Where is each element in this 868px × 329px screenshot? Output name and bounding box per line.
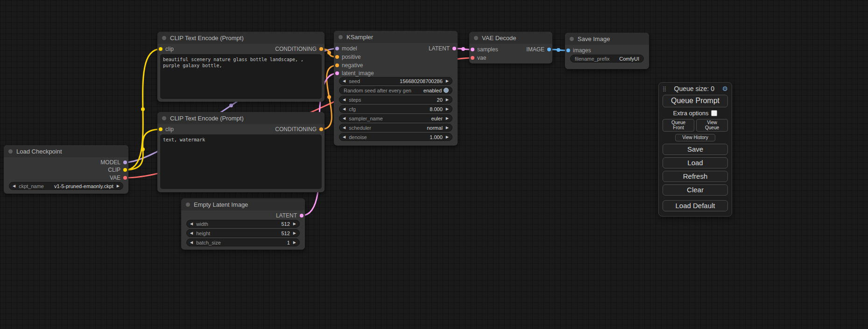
- node-save-image[interactable]: Save Image images filename_prefix ComfyU…: [565, 33, 649, 69]
- queue-prompt-button[interactable]: Queue Prompt: [663, 95, 728, 107]
- widget-ckpt-name[interactable]: ◀ ckpt_name v1-5-pruned-emaonly.ckpt ▶: [9, 182, 123, 190]
- widget-value: ComfyUI: [619, 56, 639, 62]
- decrement-icon[interactable]: ◀: [343, 107, 346, 111]
- collapse-dot[interactable]: [570, 37, 574, 41]
- output-dot-conditioning[interactable]: [319, 127, 323, 131]
- view-history-button[interactable]: View History: [675, 134, 715, 141]
- widget-name: seed: [349, 78, 360, 84]
- collapse-dot[interactable]: [339, 35, 343, 39]
- collapse-dot[interactable]: [162, 36, 166, 40]
- collapse-dot[interactable]: [186, 203, 190, 207]
- output-label-clip: CLIP: [108, 167, 120, 173]
- decrement-icon[interactable]: ◀: [343, 126, 346, 130]
- input-dot-images[interactable]: [566, 49, 570, 52]
- widget-denoise[interactable]: ◀ denoise 1.000 ▶: [339, 133, 452, 141]
- widget-height[interactable]: ◀ height 512 ▶: [186, 229, 300, 237]
- input-dot-latent-image[interactable]: [335, 71, 339, 75]
- widget-value: 512: [281, 221, 289, 227]
- increment-icon[interactable]: ▶: [446, 117, 449, 120]
- widget-sampler-name[interactable]: ◀ sampler_name euler ▶: [339, 114, 452, 122]
- load-default-button[interactable]: Load Default: [663, 200, 728, 211]
- collapse-dot[interactable]: [8, 149, 13, 154]
- widget-batch-size[interactable]: ◀ batch_size 1 ▶: [186, 238, 300, 246]
- queue-front-button[interactable]: Queue Front: [663, 119, 694, 132]
- output-label-latent: LATENT: [429, 45, 450, 52]
- decrement-icon[interactable]: ◀: [190, 231, 193, 235]
- clear-button[interactable]: Clear: [663, 184, 728, 196]
- decrement-icon[interactable]: ◀: [190, 222, 193, 226]
- decrement-icon[interactable]: ◀: [13, 184, 15, 188]
- input-label-vae: vae: [477, 55, 486, 61]
- node-title-bar[interactable]: VAE Decode: [469, 32, 552, 44]
- widget-scheduler[interactable]: ◀ scheduler normal ▶: [339, 124, 452, 132]
- node-clip-text-encode-positive[interactable]: CLIP Text Encode (Prompt) clip CONDITION…: [157, 32, 325, 102]
- widget-name: denoise: [349, 134, 367, 140]
- output-dot-latent[interactable]: [452, 47, 456, 50]
- view-queue-button[interactable]: View Queue: [696, 119, 728, 132]
- widget-cfg[interactable]: ◀ cfg 8.000 ▶: [339, 105, 452, 113]
- output-dot-clip[interactable]: [123, 168, 127, 172]
- decrement-icon[interactable]: ◀: [343, 135, 346, 139]
- output-dot-conditioning[interactable]: [319, 47, 323, 51]
- output-dot-vae[interactable]: [123, 176, 127, 180]
- collapse-dot[interactable]: [162, 116, 166, 120]
- graph-canvas[interactable]: Load Checkpoint MODEL CLIP VAE ◀ ckpt_na…: [0, 0, 868, 329]
- node-title-bar[interactable]: Empty Latent Image: [181, 198, 305, 210]
- output-dot-image[interactable]: [547, 48, 551, 51]
- link-midpoint-dot: [327, 95, 331, 99]
- settings-gear-icon[interactable]: ⚙: [722, 85, 728, 92]
- decrement-icon[interactable]: ◀: [190, 241, 193, 245]
- increment-icon[interactable]: ▶: [446, 107, 449, 111]
- increment-icon[interactable]: ▶: [446, 126, 449, 130]
- node-title: CLIP Text Encode (Prompt): [170, 115, 244, 122]
- widget-steps[interactable]: ◀ steps 20 ▶: [339, 96, 452, 104]
- increment-icon[interactable]: ▶: [293, 241, 296, 245]
- input-label-negative: negative: [342, 62, 363, 69]
- widget-seed[interactable]: ◀ seed 156680208700286 ▶: [339, 77, 452, 85]
- input-dot-positive[interactable]: [335, 55, 339, 59]
- node-title-bar[interactable]: Load Checkpoint: [4, 145, 128, 157]
- node-title-bar[interactable]: CLIP Text Encode (Prompt): [157, 32, 325, 44]
- input-dot-vae[interactable]: [471, 56, 474, 60]
- output-dot-latent[interactable]: [300, 214, 303, 217]
- refresh-button[interactable]: Refresh: [663, 171, 728, 182]
- node-clip-text-encode-negative[interactable]: CLIP Text Encode (Prompt) clip CONDITION…: [157, 112, 325, 192]
- extra-options-checkbox[interactable]: [711, 110, 717, 116]
- collapse-dot[interactable]: [474, 36, 478, 40]
- extra-options-label: Extra options: [673, 110, 709, 117]
- increment-icon[interactable]: ▶: [446, 135, 449, 139]
- prompt-textarea[interactable]: text, watermark: [160, 134, 322, 189]
- decrement-icon[interactable]: ◀: [343, 117, 346, 120]
- save-button[interactable]: Save: [663, 144, 728, 155]
- node-title-bar[interactable]: KSampler: [334, 31, 458, 43]
- queue-panel: ⣿ Queue size: 0 ⚙ Queue Prompt Extra opt…: [658, 82, 732, 217]
- node-empty-latent-image[interactable]: Empty Latent Image LATENT ◀ width 512 ▶ …: [181, 198, 305, 250]
- widget-width[interactable]: ◀ width 512 ▶: [186, 220, 300, 228]
- link-midpoint-dot: [229, 104, 233, 107]
- widget-random-seed[interactable]: Random seed after every gen enabled: [339, 86, 452, 94]
- increment-icon[interactable]: ▶: [293, 231, 296, 235]
- node-title: VAE Decode: [482, 35, 516, 42]
- output-dot-model[interactable]: [123, 161, 127, 164]
- decrement-icon[interactable]: ◀: [343, 98, 346, 102]
- widget-filename-prefix[interactable]: filename_prefix ComfyUI: [570, 55, 644, 63]
- node-vae-decode[interactable]: VAE Decode samples IMAGE vae: [469, 32, 552, 63]
- input-dot-negative[interactable]: [335, 63, 339, 67]
- load-button[interactable]: Load: [663, 157, 728, 168]
- widget-name: steps: [349, 97, 361, 103]
- prompt-textarea[interactable]: beautiful scenery nature glass bottle la…: [160, 54, 322, 99]
- drag-handle-icon[interactable]: ⣿: [663, 86, 666, 92]
- increment-icon[interactable]: ▶: [293, 222, 296, 226]
- node-title-bar[interactable]: Save Image: [565, 33, 649, 45]
- node-title: Empty Latent Image: [194, 201, 248, 208]
- widget-value: 8.000: [430, 106, 443, 112]
- node-title-bar[interactable]: CLIP Text Encode (Prompt): [157, 112, 325, 124]
- increment-icon[interactable]: ▶: [446, 79, 449, 83]
- decrement-icon[interactable]: ◀: [343, 79, 346, 83]
- node-load-checkpoint[interactable]: Load Checkpoint MODEL CLIP VAE ◀ ckpt_na…: [4, 145, 128, 194]
- increment-icon[interactable]: ▶: [446, 98, 449, 102]
- increment-icon[interactable]: ▶: [117, 184, 120, 188]
- node-ksampler[interactable]: KSampler model LATENT positive negative …: [334, 31, 458, 146]
- widget-value: 1: [287, 240, 290, 245]
- toggle-dot[interactable]: [444, 88, 449, 93]
